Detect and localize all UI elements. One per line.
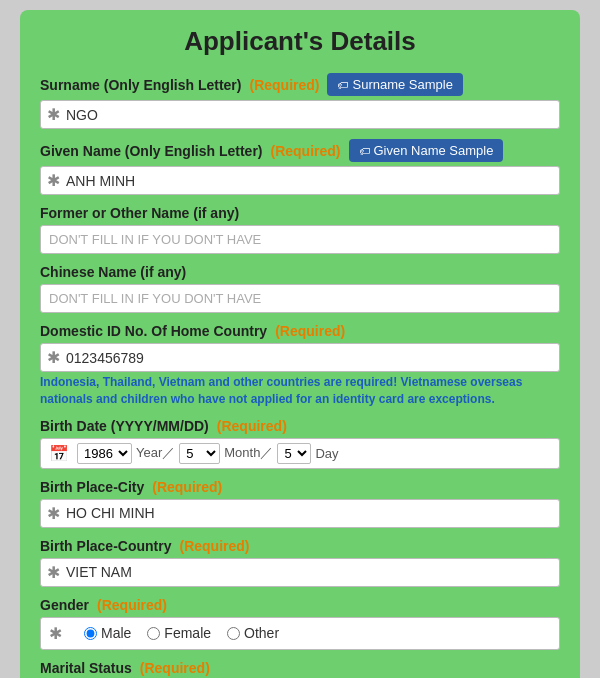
domestic-id-label: Domestic ID No. Of Home Country: [40, 323, 267, 339]
gender-input-row: ✱ Male Female Other: [40, 617, 560, 650]
gender-required: (Required): [97, 597, 167, 613]
gender-group: Gender (Required) ✱ Male Female Other: [40, 597, 560, 650]
birth-country-icon: ✱: [47, 563, 60, 582]
former-name-group: Former or Other Name (if any): [40, 205, 560, 254]
surname-sample-button[interactable]: Surname Sample: [327, 73, 462, 96]
domestic-id-notice: Indonesia, Thailand, Vietnam and other c…: [40, 374, 560, 408]
year-label: Year／: [136, 444, 175, 462]
former-name-input[interactable]: [40, 225, 560, 254]
gender-other-label: Other: [244, 625, 279, 641]
birth-country-label: Birth Place-Country: [40, 538, 171, 554]
page-title: Applicant's Details: [40, 26, 560, 57]
surname-input[interactable]: [66, 107, 553, 123]
given-name-required: (Required): [271, 143, 341, 159]
birth-city-group: Birth Place-City (Required) ✱: [40, 479, 560, 528]
birth-date-required: (Required): [217, 418, 287, 434]
marital-status-group: Marital Status (Required) ✱ Single/未婚 Ma…: [40, 660, 560, 678]
domestic-id-required: (Required): [275, 323, 345, 339]
day-label: Day: [315, 446, 338, 461]
gender-icon: ✱: [49, 624, 62, 643]
marital-status-required: (Required): [140, 660, 210, 676]
gender-male-option[interactable]: Male: [84, 625, 131, 641]
given-name-group: Given Name (Only English Letter) (Requir…: [40, 139, 560, 195]
gender-male-label: Male: [101, 625, 131, 641]
birth-country-input[interactable]: [66, 564, 553, 580]
given-name-icon: ✱: [47, 171, 60, 190]
surname-icon: ✱: [47, 105, 60, 124]
birth-country-group: Birth Place-Country (Required) ✱: [40, 538, 560, 587]
given-name-sample-button[interactable]: Given Name Sample: [349, 139, 504, 162]
birth-country-input-row: ✱: [40, 558, 560, 587]
birth-country-required: (Required): [179, 538, 249, 554]
gender-label: Gender: [40, 597, 89, 613]
surname-required: (Required): [249, 77, 319, 93]
gender-other-radio[interactable]: [227, 627, 240, 640]
gender-female-option[interactable]: Female: [147, 625, 211, 641]
gender-female-label: Female: [164, 625, 211, 641]
birth-year-select[interactable]: 1986 1985 1987: [77, 443, 132, 464]
birth-city-required: (Required): [152, 479, 222, 495]
former-name-label: Former or Other Name (if any): [40, 205, 239, 221]
given-name-input[interactable]: [66, 173, 553, 189]
domestic-id-input-row: ✱: [40, 343, 560, 372]
given-name-label: Given Name (Only English Letter): [40, 143, 263, 159]
surname-group: Surname (Only English Letter) (Required)…: [40, 73, 560, 129]
chinese-name-group: Chinese Name (if any): [40, 264, 560, 313]
domestic-id-group: Domestic ID No. Of Home Country (Require…: [40, 323, 560, 408]
chinese-name-input[interactable]: [40, 284, 560, 313]
applicant-details-form: Applicant's Details Surname (Only Englis…: [20, 10, 580, 678]
gender-other-option[interactable]: Other: [227, 625, 279, 641]
chinese-name-label: Chinese Name (if any): [40, 264, 186, 280]
birth-city-input-row: ✱: [40, 499, 560, 528]
domestic-id-input[interactable]: [66, 350, 553, 366]
birth-month-select[interactable]: 5 1 2 3 4 6 7 8 9 10 11 12: [179, 443, 220, 464]
birth-city-icon: ✱: [47, 504, 60, 523]
birth-date-label: Birth Date (YYYY/MM/DD): [40, 418, 209, 434]
birth-date-group: Birth Date (YYYY/MM/DD) (Required) 📅 198…: [40, 418, 560, 469]
marital-status-label: Marital Status: [40, 660, 132, 676]
gender-male-radio[interactable]: [84, 627, 97, 640]
gender-female-radio[interactable]: [147, 627, 160, 640]
surname-input-row: ✱: [40, 100, 560, 129]
birth-date-input-row: 📅 1986 1985 1987 Year／ 5 1 2 3 4 6 7 8 9…: [40, 438, 560, 469]
birth-city-label: Birth Place-City: [40, 479, 144, 495]
surname-label: Surname (Only English Letter): [40, 77, 241, 93]
given-name-input-row: ✱: [40, 166, 560, 195]
month-label: Month／: [224, 444, 273, 462]
birth-day-select[interactable]: 5 1 2 3 4 6: [277, 443, 311, 464]
birth-city-input[interactable]: [66, 505, 553, 521]
domestic-id-icon: ✱: [47, 348, 60, 367]
calendar-icon: 📅: [49, 444, 69, 463]
